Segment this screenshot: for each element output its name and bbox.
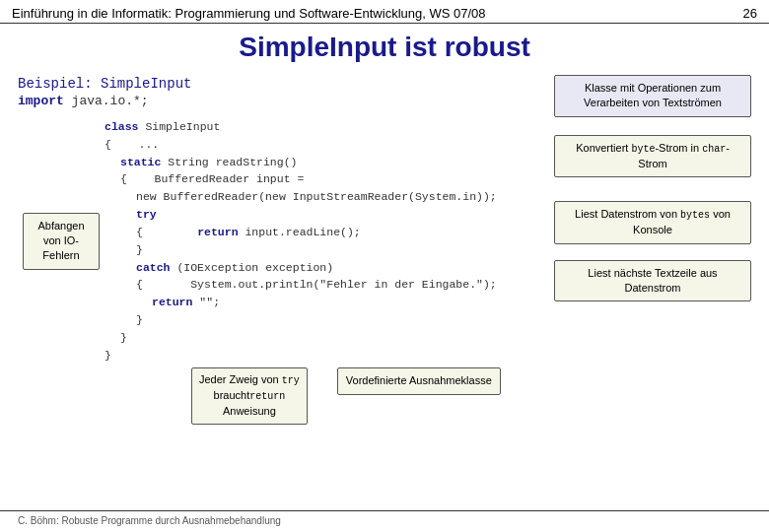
liest-strom-box: Liest Datenstrom von bytes von Konsole [554, 201, 751, 243]
footer: C. Böhm: Robuste Programme durch Ausnahm… [0, 510, 769, 526]
example-header: Beispiel: SimpleInput [18, 75, 544, 92]
klasse-box: Klasse mit Operationen zum Verarbeiten v… [554, 75, 751, 117]
vordefiniert-box: Vordefinierte Ausnahmeklasse [337, 367, 501, 394]
jeder-zweig-box: Jeder Zweig von trybrauchtreturnAnweisun… [191, 367, 308, 424]
abfangen-label: Abfangen von IO-Fehlern [23, 213, 100, 270]
slide-course-title: Einführung in die Informatik: Programmie… [12, 6, 486, 21]
slide-title: SimpleInput ist robust [0, 32, 769, 63]
import-line: import java.io.*; [18, 94, 544, 108]
liest-naechste-box: Liest nächste Textzeile aus Datenstrom [554, 260, 751, 302]
konvertiert-box: Konvertiert byte-Strom in char-Strom [554, 135, 751, 177]
top-bar: Einführung in die Informatik: Programmie… [0, 0, 769, 24]
page-number: 26 [743, 6, 757, 21]
